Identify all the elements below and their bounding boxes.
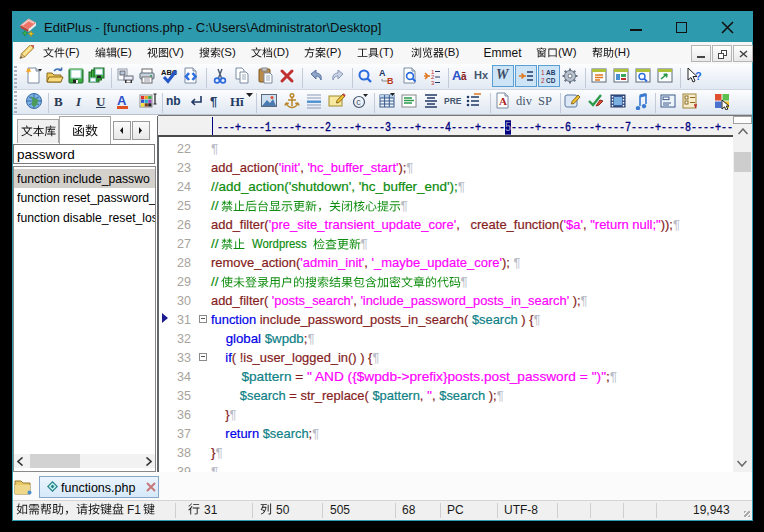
svg-text:3: 3 [431, 80, 435, 86]
svg-text:?: ? [695, 70, 702, 82]
svg-text:A: A [379, 68, 386, 78]
svg-text:A: A [499, 95, 507, 107]
svg-text:CD: CD [546, 77, 556, 84]
svg-text:2: 2 [541, 77, 545, 84]
svg-text:B: B [387, 76, 394, 85]
svg-text:c: c [356, 97, 361, 107]
svg-text:1: 1 [541, 69, 545, 76]
svg-text:AB: AB [546, 69, 556, 76]
